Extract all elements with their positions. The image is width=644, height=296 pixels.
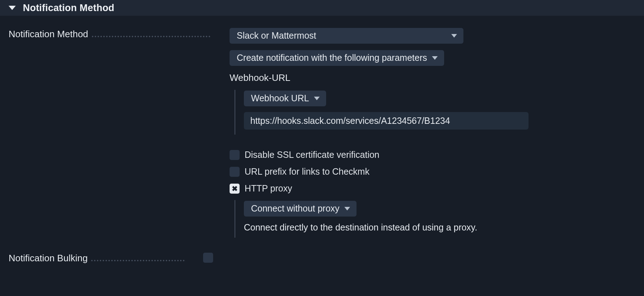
- disable-ssl-checkbox[interactable]: [230, 150, 240, 160]
- notification-bulking-checkbox[interactable]: [203, 253, 213, 263]
- mode-select-value: Create notification with the following p…: [237, 53, 427, 63]
- proxy-description: Connect directly to the destination inst…: [244, 222, 635, 233]
- section-title: Notification Method: [23, 3, 114, 14]
- chevron-down-icon: [451, 34, 457, 38]
- notification-method-label: Notification Method: [9, 29, 88, 40]
- notification-bulking-row: Notification Bulking: [9, 253, 635, 264]
- dotted-leader: [91, 254, 185, 261]
- notification-method-values: Slack or Mattermost Create notification …: [216, 28, 635, 238]
- url-prefix-label: URL prefix for links to Checkmk: [245, 166, 369, 177]
- mode-select[interactable]: Create notification with the following p…: [230, 50, 444, 66]
- http-proxy-checkbox[interactable]: ✖: [230, 184, 240, 194]
- section-header[interactable]: Notification Method: [0, 0, 644, 16]
- url-prefix-checkbox[interactable]: [230, 167, 240, 177]
- chevron-down-icon: [344, 207, 350, 210]
- method-select-value: Slack or Mattermost: [237, 30, 316, 41]
- notification-method-row: Notification Method Slack or Mattermost …: [9, 28, 635, 238]
- notification-method-label-col: Notification Method: [9, 28, 212, 40]
- notification-bulking-label-col: Notification Bulking: [9, 253, 187, 264]
- webhook-url-input[interactable]: [244, 112, 529, 130]
- webhook-type-value: Webhook URL: [251, 93, 309, 103]
- dotted-leader: [92, 30, 210, 37]
- proxy-mode-value: Connect without proxy: [251, 203, 339, 214]
- proxy-block: Connect without proxy Connect directly t…: [235, 200, 635, 238]
- disable-ssl-row: Disable SSL certificate verification: [230, 150, 635, 160]
- http-proxy-label: HTTP proxy: [245, 183, 292, 194]
- url-prefix-row: URL prefix for links to Checkmk: [230, 166, 635, 177]
- collapse-caret-icon[interactable]: [9, 6, 16, 10]
- method-select[interactable]: Slack or Mattermost: [230, 28, 463, 44]
- webhook-block: Webhook URL: [235, 90, 635, 135]
- disable-ssl-label: Disable SSL certificate verification: [245, 150, 379, 160]
- webhook-heading: Webhook-URL: [230, 72, 635, 83]
- webhook-type-select[interactable]: Webhook URL: [244, 91, 326, 106]
- chevron-down-icon: [432, 56, 438, 60]
- proxy-mode-select[interactable]: Connect without proxy: [244, 201, 357, 217]
- http-proxy-row: ✖ HTTP proxy: [230, 183, 635, 194]
- x-icon: ✖: [232, 185, 238, 192]
- notification-bulking-label: Notification Bulking: [9, 253, 88, 264]
- chevron-down-icon: [314, 97, 320, 100]
